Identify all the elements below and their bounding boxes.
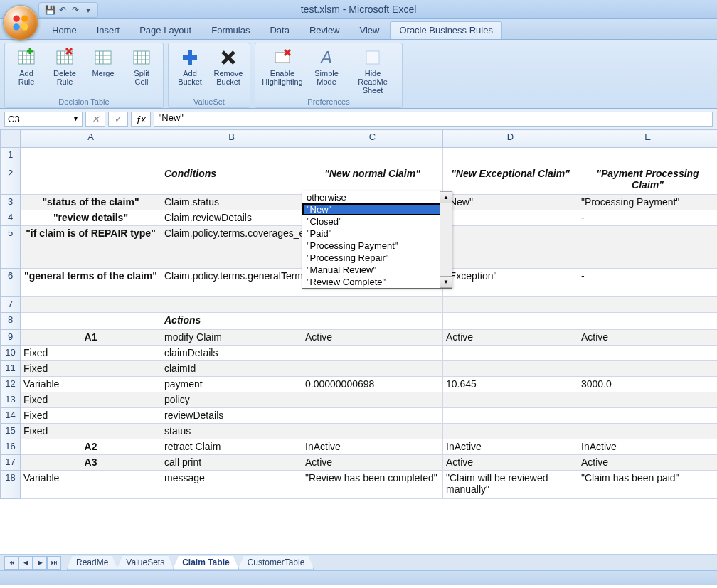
row-header[interactable]: 16	[1, 439, 21, 455]
cell[interactable]	[578, 424, 718, 439]
cell[interactable]: Fixed	[21, 408, 161, 424]
cell[interactable]: claimId	[161, 361, 302, 377]
cell[interactable]: 0.00000000698	[302, 377, 443, 392]
cell[interactable]: Active	[443, 330, 578, 346]
dropdown-option[interactable]: "Processing Repair"	[302, 252, 452, 264]
sheet-nav-next-icon[interactable]: ▶	[33, 556, 47, 570]
hide-readme-button[interactable]: HideReadMe Sheet	[346, 45, 399, 97]
cell[interactable]: "Processing Payment"	[578, 195, 718, 210]
scroll-up-icon[interactable]: ▲	[440, 191, 452, 203]
row-header[interactable]: 12	[1, 377, 21, 392]
cell[interactable]	[443, 346, 578, 361]
cell[interactable]: Active	[302, 330, 443, 346]
accept-formula-icon[interactable]: ✓	[108, 112, 128, 127]
spreadsheet-grid[interactable]: ABCDE 12Conditions"New normal Claim""New…	[0, 129, 717, 554]
cell[interactable]	[302, 392, 443, 408]
sheet-tab-claim-table[interactable]: Claim Table	[173, 556, 238, 570]
row-header[interactable]: 8	[1, 313, 21, 330]
row-header[interactable]: 11	[1, 361, 21, 377]
chevron-down-icon[interactable]: ▼	[73, 115, 79, 122]
cell[interactable]: Variable	[21, 471, 161, 499]
cell[interactable]: 3000.0	[578, 377, 718, 392]
ribbon-tab-oracle-business-rules[interactable]: Oracle Business Rules	[390, 21, 502, 39]
cell[interactable]	[161, 297, 302, 313]
cell[interactable]: -	[578, 210, 718, 226]
cell[interactable]	[443, 148, 578, 166]
split-cell-button[interactable]: SplitCell	[123, 45, 160, 97]
cell[interactable]: "review details"	[21, 210, 161, 226]
enable-highlighting-button[interactable]: EnableHighlighting	[258, 45, 307, 97]
cell[interactable]: Fixed	[21, 361, 161, 377]
sheet-nav-prev-icon[interactable]: ◀	[18, 556, 33, 570]
delete-rule-button[interactable]: DeleteRule	[46, 45, 83, 97]
cell[interactable]: 10.645	[443, 377, 578, 392]
remove-bucket-button[interactable]: RemoveBucket	[210, 45, 247, 97]
simple-mode-button[interactable]: ASimpleMode	[308, 45, 345, 97]
office-button[interactable]	[3, 5, 38, 41]
cell[interactable]: A3	[21, 455, 161, 471]
sheet-tab-customertable[interactable]: CustomerTable	[238, 556, 314, 570]
column-header-A[interactable]: A	[21, 130, 161, 148]
select-all-corner[interactable]	[1, 130, 21, 148]
cell[interactable]	[302, 424, 443, 439]
cell[interactable]: Claim.policy.terms.coverages_en.contains…	[161, 226, 302, 269]
add-rule-button[interactable]: AddRule	[8, 45, 45, 97]
sheet-nav-first-icon[interactable]: ⏮	[4, 556, 18, 570]
qat-more-icon[interactable]: ▾	[83, 5, 93, 15]
cell[interactable]: Fixed	[21, 424, 161, 439]
sheet-tab-valuesets[interactable]: ValueSets	[117, 556, 174, 570]
cell[interactable]: Active	[443, 455, 578, 471]
cell[interactable]: status	[161, 424, 302, 439]
row-header[interactable]: 10	[1, 346, 21, 361]
cell[interactable]: "general terms of the claim"	[21, 269, 161, 297]
dropdown-option[interactable]: "New"	[302, 203, 452, 215]
cell[interactable]: Claim.status	[161, 195, 302, 210]
cell-dropdown-list[interactable]: otherwise"New""Closed""Paid""Processing …	[302, 191, 452, 289]
sheet-tab-readme[interactable]: ReadMe	[67, 556, 117, 570]
cell[interactable]: InActive	[578, 439, 718, 455]
row-header[interactable]: 15	[1, 424, 21, 439]
row-header[interactable]: 14	[1, 408, 21, 424]
dropdown-option[interactable]: "Review Complete"	[302, 276, 452, 288]
dropdown-option[interactable]: "Manual Review"	[302, 264, 452, 276]
row-header[interactable]: 2	[1, 166, 21, 195]
ribbon-tab-review[interactable]: Review	[300, 21, 349, 39]
cell[interactable]	[443, 361, 578, 377]
cell[interactable]: "New"	[443, 195, 578, 210]
name-box[interactable]: C3 ▼	[4, 112, 83, 127]
ribbon-tab-page-layout[interactable]: Page Layout	[130, 21, 201, 39]
redo-icon[interactable]: ↷	[70, 5, 80, 15]
formula-input[interactable]: "New"	[154, 112, 713, 127]
row-header[interactable]: 13	[1, 392, 21, 408]
cell[interactable]: -	[578, 269, 718, 297]
dropdown-option[interactable]: otherwise	[302, 191, 452, 203]
save-icon[interactable]: 💾	[45, 5, 55, 15]
row-header[interactable]: 17	[1, 455, 21, 471]
cell[interactable]	[21, 297, 161, 313]
cell[interactable]: "Claim will be reviewed manually"	[443, 471, 578, 499]
cell[interactable]: "Exception"	[443, 269, 578, 297]
cell[interactable]	[443, 408, 578, 424]
cell[interactable]	[578, 313, 718, 330]
row-header[interactable]: 4	[1, 210, 21, 226]
ribbon-tab-view[interactable]: View	[351, 21, 389, 39]
cell[interactable]: Conditions	[161, 166, 302, 195]
fx-icon[interactable]: ƒx	[131, 112, 151, 127]
cell[interactable]: -	[443, 210, 578, 226]
dropdown-option[interactable]: "Paid"	[302, 228, 452, 240]
cell[interactable]: policy	[161, 392, 302, 408]
row-header[interactable]: 6	[1, 269, 21, 297]
cell[interactable]: Variable	[21, 377, 161, 392]
cell[interactable]: "status of the claim"	[21, 195, 161, 210]
ribbon-tab-insert[interactable]: Insert	[87, 21, 129, 39]
cell[interactable]	[443, 313, 578, 330]
cell[interactable]: Claim.reviewDetails	[161, 210, 302, 226]
row-header[interactable]: 5	[1, 226, 21, 269]
column-header-C[interactable]: C	[302, 130, 443, 148]
cell[interactable]	[302, 361, 443, 377]
cell[interactable]	[443, 297, 578, 313]
cell[interactable]	[302, 313, 443, 330]
cell[interactable]: Active	[578, 330, 718, 346]
cell[interactable]	[302, 297, 443, 313]
cell[interactable]	[578, 361, 718, 377]
